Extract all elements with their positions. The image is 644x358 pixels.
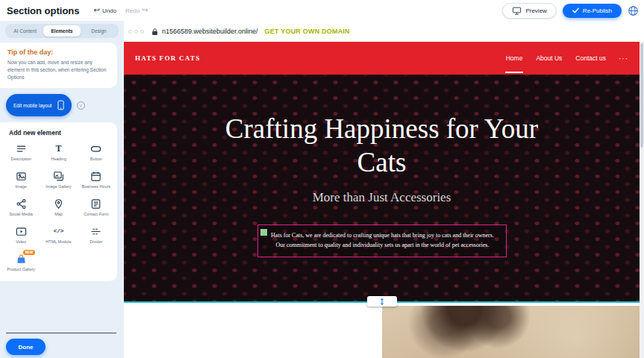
section-options-sidebar: AI Content Elements Design Tip of the da… (0, 21, 124, 358)
get-domain-link[interactable]: GET YOUR OWN DOMAIN (265, 28, 350, 35)
contact-form-icon (90, 198, 101, 210)
element-item-social-media[interactable]: Social Media (2, 198, 40, 217)
editor-canvas: n1566589.websitebuilder.online/ GET YOUR… (124, 21, 644, 358)
add-new-element-panel: Add new element Description T Heading Bu… (0, 122, 117, 280)
tip-title: Tip of the day: (7, 48, 110, 56)
scrollbar-thumb[interactable] (640, 43, 643, 148)
element-item-label: HTML Module (46, 239, 71, 245)
image-gallery-icon (53, 171, 64, 182)
button-icon (90, 143, 101, 154)
undo-label: Undo (102, 7, 116, 14)
hero-subheading[interactable]: More than Just Accessories (124, 190, 640, 205)
next-section[interactable] (124, 303, 640, 358)
mobile-layout-row: Edit mobile layout i (6, 94, 124, 116)
html-module-icon: </> (54, 226, 64, 237)
window-dot (140, 30, 144, 34)
divider-icon (90, 226, 101, 237)
element-item-label: Product Gallery (7, 267, 35, 272)
map-pin-icon (53, 198, 64, 210)
hero-paragraph: Hats for Cats, we are dedicated to craft… (271, 232, 494, 248)
element-item-label: Image (16, 184, 27, 189)
element-item-image[interactable]: Image (2, 171, 40, 189)
hero-content: Crafting Happiness for Your Cats More th… (124, 75, 640, 257)
element-item-label: Contact Form (84, 212, 108, 217)
edit-mobile-layout-label: Edit mobile layout (13, 103, 51, 108)
element-item-contact-form[interactable]: Contact Form (78, 198, 115, 217)
phone-icon (57, 100, 64, 110)
social-media-icon (16, 198, 27, 210)
info-icon[interactable]: i (77, 101, 85, 110)
add-new-element-title: Add new element (9, 129, 115, 136)
tab-ai-content[interactable]: AI Content (7, 25, 43, 37)
site-logo[interactable]: HATS FOR CATS (135, 54, 201, 62)
window-controls (128, 30, 144, 34)
redo-button[interactable]: Redo ↪ (123, 5, 151, 16)
element-grid: Description T Heading Button Image Image… (2, 143, 115, 271)
element-item-label: Description (10, 157, 31, 162)
tab-elements[interactable]: Elements (43, 25, 80, 37)
element-item-product-gallery[interactable]: NEW Product Gallery (2, 254, 40, 272)
globe-language-icon[interactable] (628, 5, 639, 16)
hero-section[interactable]: Crafting Happiness for Your Cats More th… (124, 75, 640, 301)
element-item-heading[interactable]: T Heading (40, 143, 77, 162)
element-item-html-module[interactable]: </> HTML Module (40, 226, 77, 245)
topbar-actions: Preview Re-Publish (502, 3, 639, 19)
element-item-business-hours[interactable]: Business Hours (78, 171, 115, 189)
republish-label: Re-Publish (583, 7, 612, 14)
redo-label: Redo (125, 7, 140, 14)
browser-bar: n1566589.websitebuilder.online/ GET YOUR… (124, 21, 644, 42)
business-hours-icon (90, 171, 101, 182)
text-element-handle[interactable] (260, 229, 267, 236)
top-toolbar: Section options ↩ Undo Redo ↪ Preview Re… (0, 0, 644, 21)
republish-button[interactable]: Re-Publish (563, 4, 622, 18)
hero-paragraph-box[interactable]: Hats for Cats, we are dedicated to craft… (257, 224, 507, 257)
element-item-button[interactable]: Button (78, 143, 115, 162)
edit-mobile-layout-button[interactable]: Edit mobile layout (6, 94, 72, 116)
element-item-label: Video (16, 239, 26, 245)
element-item-video[interactable]: Video (2, 226, 40, 245)
nav-item-home[interactable]: Home (505, 43, 524, 73)
hero-heading[interactable]: Crafting Happiness for Your Cats (203, 112, 561, 179)
element-item-map[interactable]: Map (40, 198, 77, 217)
element-item-label: Divider (90, 239, 102, 245)
preview-button[interactable]: Preview (502, 3, 556, 19)
scrollbar (640, 42, 644, 358)
website-preview: HATS FOR CATS Home About Us Contact us ·… (124, 42, 640, 358)
site-nav: Home About Us Contact us ··· (505, 43, 628, 73)
site-url: n1566589.websitebuilder.online/ (162, 28, 258, 35)
lock-icon (151, 28, 158, 36)
done-button[interactable]: Done (6, 339, 46, 355)
element-item-label: Map (54, 212, 63, 217)
history-controls: ↩ Undo Redo ↪ (92, 5, 151, 16)
monitor-icon (512, 7, 522, 15)
element-item-divider[interactable]: Divider (78, 226, 115, 245)
element-item-image-gallery[interactable]: Image Gallery (40, 171, 77, 189)
page-title: Section options (7, 5, 80, 16)
window-dot (128, 30, 132, 34)
undo-button[interactable]: ↩ Undo (92, 5, 119, 16)
cat-photo-image[interactable] (382, 306, 640, 358)
element-item-label: Heading (51, 157, 66, 162)
element-item-label: Image Gallery (46, 184, 71, 189)
sidebar-tabs: AI Content Elements Design (5, 24, 119, 38)
nav-more-icon[interactable]: ··· (619, 54, 628, 63)
window-dot (134, 30, 138, 34)
image-icon (16, 171, 27, 182)
site-header: HATS FOR CATS Home About Us Contact us ·… (124, 42, 640, 75)
description-icon (16, 143, 27, 154)
nav-item-contact-us[interactable]: Contact us (575, 43, 607, 73)
undo-icon: ↩ (94, 7, 100, 14)
product-gallery-icon (16, 254, 27, 265)
video-icon (16, 226, 27, 237)
heading-icon: T (55, 143, 61, 154)
element-item-label: Button (90, 157, 102, 162)
check-icon (572, 7, 579, 13)
tab-design[interactable]: Design (81, 25, 117, 37)
tip-of-the-day-card: Tip of the day: Now you can add, move an… (0, 43, 117, 88)
new-badge: NEW (23, 250, 36, 255)
redo-icon: ↪ (142, 7, 148, 14)
element-item-description[interactable]: Description (2, 143, 40, 162)
nav-item-about-us[interactable]: About Us (535, 43, 563, 73)
section-resize-handle[interactable] (367, 296, 397, 307)
sidebar-divider (6, 333, 116, 333)
